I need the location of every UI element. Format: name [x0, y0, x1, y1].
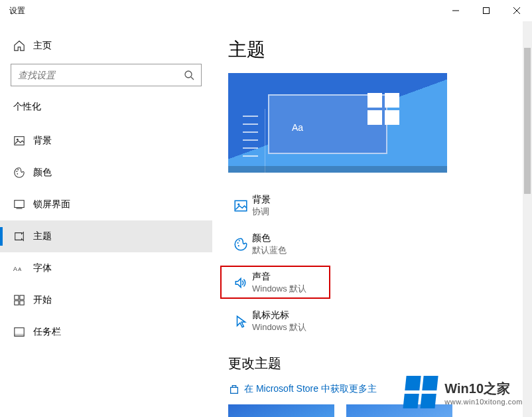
search-input[interactable] [18, 70, 184, 80]
svg-point-9 [17, 169, 19, 171]
svg-rect-18 [20, 301, 24, 305]
theme-link-sound[interactable]: 声音 Windows 默认 [228, 268, 427, 297]
sidebar-item-label: 颜色 [33, 167, 52, 179]
theme-link-title: 背景 [252, 194, 271, 206]
scrollbar-thumb[interactable] [524, 48, 531, 194]
page-title: 主题 [228, 37, 532, 62]
palette-icon [13, 167, 33, 179]
svg-point-8 [17, 171, 18, 172]
maximize-icon [483, 7, 490, 14]
taskbar-icon [13, 326, 33, 338]
sidebar-item-start[interactable]: 开始 [0, 284, 212, 316]
picture-icon [13, 135, 33, 147]
sidebar-item-colors[interactable]: 颜色 [0, 157, 212, 189]
svg-rect-16 [20, 295, 24, 299]
fonts-icon: AA [13, 264, 33, 273]
themes-icon [13, 230, 33, 242]
svg-rect-17 [15, 301, 19, 305]
theme-link-subtitle: 协调 [252, 206, 271, 218]
store-link[interactable]: 在 Microsoft Store 中获取更多主 [228, 383, 532, 395]
start-icon [13, 294, 33, 306]
preview-taskbar [228, 166, 447, 173]
sidebar-category: 个性化 [0, 98, 212, 125]
theme-link-subtitle: Windows 默认 [252, 283, 306, 295]
maximize-button[interactable] [471, 0, 501, 21]
theme-link-background[interactable]: 背景 协调 [228, 191, 427, 220]
svg-point-22 [237, 203, 239, 205]
minimize-button[interactable] [440, 0, 471, 21]
svg-text:A: A [18, 266, 21, 272]
preview-start-panel [228, 109, 265, 173]
home-icon [13, 40, 33, 52]
preview-sample-text: Aa [292, 122, 303, 133]
sidebar-item-label: 字体 [33, 262, 52, 274]
sidebar-item-label: 锁屏界面 [33, 199, 70, 210]
store-icon [228, 383, 244, 395]
minimize-icon [452, 7, 459, 14]
sidebar-item-label: 任务栏 [33, 326, 61, 338]
sidebar-item-lockscreen[interactable]: 锁屏界面 [0, 189, 212, 220]
sidebar-item-themes[interactable]: 主题 [0, 220, 212, 252]
sidebar-item-label: 主题 [33, 230, 52, 242]
svg-rect-20 [15, 334, 24, 337]
sidebar: 主页 个性化 背景 颜色 [0, 21, 212, 417]
theme-link-subtitle: Windows 默认 [252, 321, 306, 333]
theme-link-title: 鼠标光标 [252, 309, 306, 321]
sidebar-item-background[interactable]: 背景 [0, 125, 212, 157]
svg-point-24 [239, 240, 240, 241]
store-link-text: 在 Microsoft Store 中获取更多主 [244, 383, 377, 395]
picture-icon [230, 199, 252, 213]
close-icon [513, 7, 520, 14]
home-button[interactable]: 主页 [0, 33, 212, 58]
vertical-scrollbar[interactable] [523, 21, 532, 417]
svg-rect-15 [15, 295, 19, 299]
search-box[interactable] [11, 64, 202, 86]
svg-point-23 [237, 242, 239, 244]
lockscreen-icon [13, 199, 33, 210]
sidebar-item-label: 开始 [33, 294, 52, 306]
sidebar-item-fonts[interactable]: AA 字体 [0, 252, 212, 284]
change-theme-title: 更改主题 [228, 355, 532, 373]
close-button[interactable] [501, 0, 532, 21]
titlebar: 设置 [0, 0, 532, 21]
svg-rect-12 [17, 208, 23, 208]
sidebar-item-taskbar[interactable]: 任务栏 [0, 316, 212, 348]
theme-thumbnail[interactable] [228, 404, 334, 417]
theme-preview: Aa [228, 73, 447, 173]
svg-text:A: A [13, 266, 17, 272]
sidebar-item-label: 背景 [33, 135, 52, 147]
theme-link-cursor[interactable]: 鼠标光标 Windows 默认 [228, 307, 427, 336]
svg-point-10 [17, 173, 18, 175]
speaker-icon [230, 276, 252, 290]
window-controls [440, 0, 532, 21]
theme-link-title: 颜色 [252, 232, 287, 244]
search-container [0, 58, 212, 98]
theme-thumbnail[interactable] [346, 404, 452, 417]
home-label: 主页 [33, 40, 52, 52]
palette-icon [230, 237, 252, 252]
cursor-icon [230, 314, 252, 329]
theme-link-subtitle: 默认蓝色 [252, 244, 287, 256]
main-content: 主题 Aa 背景 协调 [212, 21, 532, 417]
svg-line-5 [191, 77, 194, 80]
theme-link-color[interactable]: 颜色 默认蓝色 [228, 230, 427, 259]
svg-rect-1 [484, 8, 490, 14]
svg-point-7 [17, 139, 19, 141]
theme-link-title: 声音 [252, 271, 306, 283]
search-icon [184, 70, 194, 80]
svg-point-4 [185, 71, 192, 78]
svg-rect-11 [15, 201, 24, 208]
window-title: 设置 [9, 5, 25, 17]
windows-logo-icon [367, 93, 401, 126]
theme-thumbnails [228, 404, 532, 417]
svg-point-25 [238, 245, 239, 246]
